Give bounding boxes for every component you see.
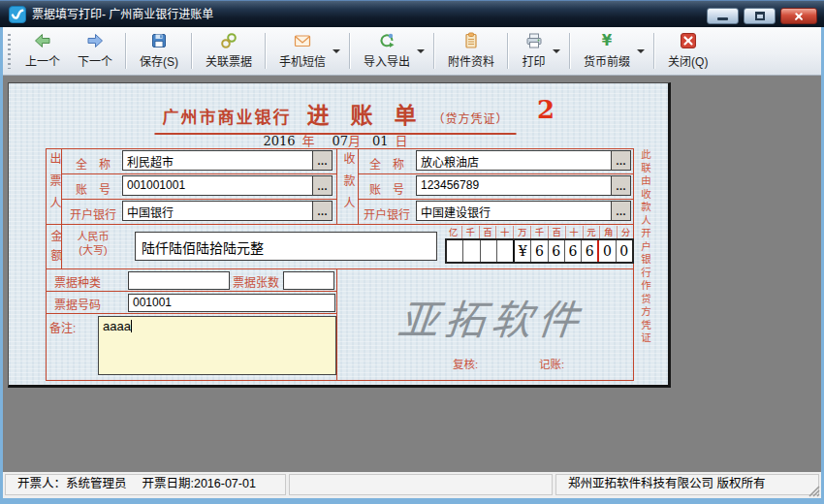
amount-grid-header-cell: 分 bbox=[617, 226, 634, 238]
toolbar-button-label: 导入导出 bbox=[364, 52, 410, 69]
toolbar-attachments-button[interactable]: 附件资料 bbox=[439, 27, 503, 75]
toolbar-separator bbox=[191, 33, 193, 69]
amount-grid-cell[interactable]: 6 bbox=[581, 240, 597, 262]
minimize-icon bbox=[717, 17, 728, 20]
payee-account-input[interactable]: 123456789 bbox=[417, 176, 611, 195]
payee-bank-field: 中国建设银行 … bbox=[416, 201, 631, 221]
close-window-button[interactable] bbox=[780, 8, 817, 24]
payee-name-picker-button[interactable]: … bbox=[611, 151, 630, 170]
toolbar-button-label: 关联票据 bbox=[206, 52, 252, 69]
payee-role-label: 收款人 bbox=[340, 152, 355, 219]
amount-grid-header-cell: 角 bbox=[599, 226, 617, 238]
arrow-left-icon bbox=[34, 32, 51, 49]
drawer-bank-input[interactable]: 中国银行 bbox=[123, 202, 312, 220]
toolbar-sms-button[interactable]: 手机短信 bbox=[270, 27, 345, 75]
dropdown-arrow-icon[interactable] bbox=[333, 49, 340, 53]
toolbar-separator bbox=[507, 33, 509, 69]
date-day: 01 bbox=[372, 134, 389, 148]
amount-grid-cell[interactable] bbox=[462, 240, 479, 262]
toolbar-currency-prefix-button[interactable]: ¥ 货币前缀 bbox=[575, 27, 650, 75]
drawer-account-input[interactable]: 001001001 bbox=[123, 176, 312, 195]
drawer-bank-label: 开户银行 bbox=[65, 205, 121, 222]
bill-count-input[interactable] bbox=[283, 271, 334, 290]
payee-bank-input[interactable]: 中国建设银行 bbox=[417, 202, 611, 220]
amount-grid-header-cell: 十 bbox=[495, 226, 513, 238]
drawer-name-field: 利民超市 … bbox=[122, 150, 333, 171]
drawer-name-input[interactable]: 利民超市 bbox=[123, 151, 312, 170]
amount-grid-cells: ¥ 6 6 6 6 0 0 bbox=[445, 238, 634, 264]
toolbar-print-button[interactable]: 打印 bbox=[513, 27, 565, 75]
toolbar-close-button[interactable]: 关闭(Q) bbox=[659, 27, 716, 75]
watermark: 亚拓软件 bbox=[396, 287, 587, 346]
status-right-panel: 郑州亚拓软件科技有限公司 版权所有 bbox=[555, 474, 819, 495]
remark-label: 备注: bbox=[49, 319, 76, 335]
toolbar-separator bbox=[653, 33, 655, 69]
dropdown-arrow-icon[interactable] bbox=[553, 49, 560, 53]
amount-grid-cell[interactable] bbox=[480, 240, 496, 262]
remark-textarea[interactable]: aaaa bbox=[98, 316, 336, 375]
toolbar: 上一个 下一个 保存(S) 关联票据 bbox=[3, 27, 821, 76]
slip-date: 2016年07月01日 bbox=[263, 131, 407, 149]
app-icon bbox=[9, 6, 26, 23]
printer-icon bbox=[525, 32, 543, 49]
amount-grid-header-cell: 十 bbox=[565, 226, 583, 238]
drawer-role-label: 出票人 bbox=[47, 152, 61, 219]
form-line bbox=[61, 199, 336, 200]
copy-number: 2 bbox=[537, 95, 555, 124]
deposit-slip-paper: 广州市商业银行 进 账 单 （贷方凭证） 2 2016年07月01日 bbox=[8, 82, 671, 388]
amount-grid-cell[interactable]: 6 bbox=[530, 240, 547, 262]
maximize-button[interactable] bbox=[744, 8, 776, 24]
bank-name: 广州市商业银行 bbox=[162, 104, 291, 128]
bill-type-input[interactable] bbox=[128, 271, 230, 290]
date-year-label: 年 bbox=[301, 134, 314, 148]
amount-grid-header-cell: 百 bbox=[548, 226, 565, 238]
toolbar-button-label: 下一个 bbox=[78, 52, 112, 69]
amount-grid-cell[interactable]: 0 bbox=[616, 240, 632, 262]
payee-bank-picker-button[interactable]: … bbox=[611, 202, 630, 220]
amount-grid-cell[interactable]: ¥ bbox=[513, 240, 530, 262]
status-middle-panel bbox=[289, 474, 553, 495]
amount-grid-header: 亿 千 百 十 万 千 百 十 元 角 分 bbox=[445, 226, 634, 238]
remark-text: aaaa bbox=[103, 319, 131, 333]
side-note: 此联由收款人开户银行作贷方凭证 bbox=[639, 149, 653, 358]
amount-grid-header-cell: 百 bbox=[479, 226, 496, 238]
toolbar-separator bbox=[349, 33, 351, 69]
form-line bbox=[358, 199, 634, 200]
toolbar-related-bills-button[interactable]: 关联票据 bbox=[197, 27, 261, 75]
resize-grip[interactable] bbox=[807, 484, 820, 497]
toolbar-next-button[interactable]: 下一个 bbox=[69, 27, 121, 75]
bill-type-label: 票据种类 bbox=[54, 273, 101, 290]
payee-account-label: 账 号 bbox=[359, 180, 415, 197]
drawer-name-picker-button[interactable]: … bbox=[312, 151, 332, 170]
drawer-account-picker-button[interactable]: … bbox=[312, 176, 332, 195]
drawer-name-label: 全 称 bbox=[65, 155, 121, 172]
amount-grid-cell[interactable]: 6 bbox=[564, 240, 581, 262]
svg-text:¥: ¥ bbox=[602, 32, 613, 49]
payee-name-input[interactable]: 放心粮油店 bbox=[417, 151, 611, 170]
toolbar-previous-button[interactable]: 上一个 bbox=[16, 27, 69, 75]
payee-account-picker-button[interactable]: … bbox=[611, 176, 630, 195]
toolbar-grip[interactable] bbox=[8, 34, 11, 69]
dropdown-arrow-icon[interactable] bbox=[637, 49, 645, 53]
toolbar-button-label: 货币前缀 bbox=[584, 52, 630, 69]
amount-grid-cell[interactable]: 0 bbox=[597, 240, 615, 262]
amount-grid-cell[interactable] bbox=[447, 240, 462, 262]
minimize-button[interactable] bbox=[707, 8, 739, 24]
payee-name-label: 全 称 bbox=[359, 155, 415, 172]
toolbar-button-label: 关闭(Q) bbox=[668, 52, 708, 69]
toolbar-save-button[interactable]: 保存(S) bbox=[131, 27, 187, 75]
slip-header: 广州市商业银行 进 账 单 （贷方凭证） bbox=[154, 97, 516, 135]
amount-grid-cell[interactable] bbox=[496, 240, 513, 262]
drawer-bank-picker-button[interactable]: … bbox=[312, 202, 332, 220]
drawer-bank-field: 中国银行 … bbox=[122, 201, 333, 221]
close-icon bbox=[793, 11, 805, 22]
drawer-account-label: 账 号 bbox=[65, 180, 121, 197]
toolbar-separator bbox=[569, 33, 571, 69]
amount-words-input[interactable]: 陆仟陆佰陆拾陆元整 bbox=[135, 232, 437, 261]
amount-grid-cell[interactable]: 6 bbox=[548, 240, 564, 262]
dropdown-arrow-icon[interactable] bbox=[417, 49, 425, 53]
toolbar-button-label: 上一个 bbox=[25, 52, 60, 69]
status-left-panel: 开票人：系统管理员 开票日期:2016-07-01 bbox=[5, 474, 286, 495]
bill-number-input[interactable]: 001001 bbox=[128, 294, 335, 312]
toolbar-import-export-button[interactable]: 导入导出 bbox=[355, 27, 429, 75]
